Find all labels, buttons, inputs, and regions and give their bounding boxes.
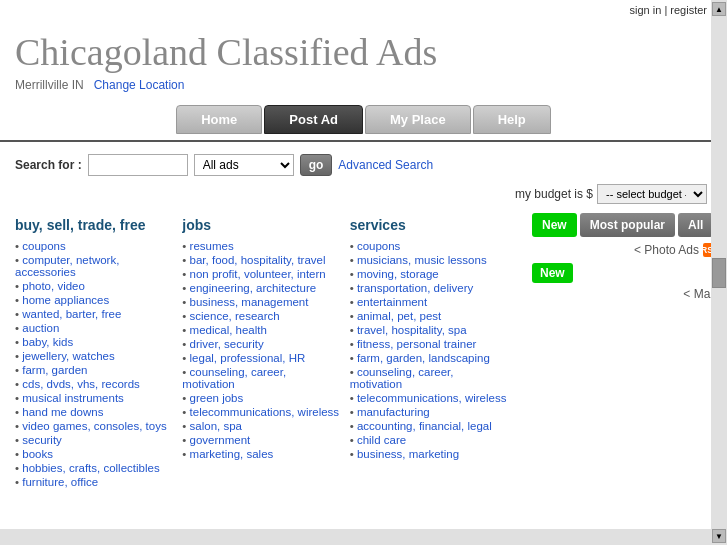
list-item[interactable]: driver, security	[182, 337, 339, 351]
new-badge: New	[532, 263, 573, 283]
list-item[interactable]: salon, spa	[182, 419, 339, 433]
filter-new-button[interactable]: New	[532, 213, 577, 237]
photo-ads-label: < Photo Ads	[634, 243, 699, 257]
search-bar: Search for : All ads go Advanced Search	[0, 148, 727, 182]
list-item[interactable]: green jobs	[182, 391, 339, 405]
list-item[interactable]: telecommunications, wireless	[182, 405, 339, 419]
jobs-title: jobs	[182, 217, 339, 233]
right-sidebar: New Most popular All < Photo Ads RSS New…	[527, 208, 727, 509]
list-item[interactable]: farm, garden	[15, 363, 172, 377]
list-item[interactable]: transportation, delivery	[350, 281, 507, 295]
list-item[interactable]: coupons	[350, 239, 507, 253]
top-bar: sign in | register	[0, 0, 727, 20]
jobs-column: jobs resumes bar, food, hospitality, tra…	[182, 213, 349, 499]
search-go-button[interactable]: go	[300, 154, 333, 176]
nav-divider	[0, 140, 727, 142]
list-item[interactable]: resumes	[182, 239, 339, 253]
main-content: buy, sell, trade, free coupons computer,…	[0, 208, 727, 509]
nav-tabs: Home Post Ad My Place Help	[0, 97, 727, 140]
list-item[interactable]: security	[15, 433, 172, 447]
scroll-thumb[interactable]	[712, 258, 726, 288]
list-item[interactable]: furniture, office	[15, 475, 172, 489]
list-item[interactable]: counseling, career, motivation	[350, 365, 507, 391]
list-item[interactable]: accounting, financial, legal	[350, 419, 507, 433]
list-item[interactable]: computer, network, accessories	[15, 253, 172, 279]
list-item[interactable]: entertainment	[350, 295, 507, 309]
list-item[interactable]: medical, health	[182, 323, 339, 337]
list-item[interactable]: business, management	[182, 295, 339, 309]
photo-ads-bar: < Photo Ads RSS	[532, 243, 717, 257]
list-item[interactable]: video games, consoles, toys	[15, 419, 172, 433]
list-item[interactable]: fitness, personal trainer	[350, 337, 507, 351]
tab-home[interactable]: Home	[176, 105, 262, 134]
list-item[interactable]: bar, food, hospitality, travel	[182, 253, 339, 267]
list-item[interactable]: moving, storage	[350, 267, 507, 281]
tab-help[interactable]: Help	[473, 105, 551, 134]
list-item[interactable]: hand me downs	[15, 405, 172, 419]
list-item[interactable]: farm, garden, landscaping	[350, 351, 507, 365]
tab-my-place[interactable]: My Place	[365, 105, 471, 134]
list-item[interactable]: manufacturing	[350, 405, 507, 419]
jobs-list: resumes bar, food, hospitality, travel n…	[182, 239, 339, 461]
list-item[interactable]: counseling, career, motivation	[182, 365, 339, 391]
list-item[interactable]: child care	[350, 433, 507, 447]
change-location-link[interactable]: Change Location	[94, 78, 185, 92]
budget-select[interactable]: -- select budget --	[597, 184, 707, 204]
list-item[interactable]: telecommunications, wireless	[350, 391, 507, 405]
header: Chicagoland Classified Ads Merrillville …	[0, 20, 727, 97]
filter-popular-button[interactable]: Most popular	[580, 213, 675, 237]
buy-sell-column: buy, sell, trade, free coupons computer,…	[15, 213, 182, 499]
scroll-up-arrow[interactable]: ▲	[712, 2, 726, 16]
list-item[interactable]: marketing, sales	[182, 447, 339, 461]
advanced-search-link[interactable]: Advanced Search	[338, 158, 433, 172]
list-item[interactable]: books	[15, 447, 172, 461]
vertical-scrollbar[interactable]: ▲ ▼	[711, 0, 727, 509]
list-item[interactable]: musicians, music lessons	[350, 253, 507, 267]
budget-label: my budget is $	[515, 187, 593, 201]
list-item[interactable]: business, marketing	[350, 447, 507, 461]
buy-sell-list: coupons computer, network, accessories p…	[15, 239, 172, 489]
list-item[interactable]: baby, kids	[15, 335, 172, 349]
category-columns: buy, sell, trade, free coupons computer,…	[15, 213, 517, 499]
list-item[interactable]: wanted, barter, free	[15, 307, 172, 321]
list-item[interactable]: hobbies, crafts, collectibles	[15, 461, 172, 475]
location-text: Merrillville IN	[15, 78, 84, 92]
location-bar: Merrillville IN Change Location	[15, 78, 712, 92]
list-item[interactable]: non profit, volunteer, intern	[182, 267, 339, 281]
map-bar: < Map	[532, 287, 717, 301]
services-column: services coupons musicians, music lesson…	[350, 213, 517, 499]
list-item[interactable]: auction	[15, 321, 172, 335]
sign-in-link[interactable]: sign in	[630, 4, 662, 16]
services-list: coupons musicians, music lessons moving,…	[350, 239, 507, 461]
register-link[interactable]: register	[670, 4, 707, 16]
list-item[interactable]: home appliances	[15, 293, 172, 307]
list-item[interactable]: photo, video	[15, 279, 172, 293]
list-item[interactable]: cds, dvds, vhs, records	[15, 377, 172, 391]
categories-section: buy, sell, trade, free coupons computer,…	[0, 208, 527, 509]
list-item[interactable]: travel, hospitality, spa	[350, 323, 507, 337]
budget-bar: my budget is $ -- select budget --	[0, 182, 727, 208]
list-item[interactable]: animal, pet, pest	[350, 309, 507, 323]
filter-all-button[interactable]: All	[678, 213, 713, 237]
search-category-select[interactable]: All ads	[194, 154, 294, 176]
list-item[interactable]: legal, professional, HR	[182, 351, 339, 365]
list-item[interactable]: coupons	[15, 239, 172, 253]
list-item[interactable]: jewellery, watches	[15, 349, 172, 363]
services-title: services	[350, 217, 507, 233]
buy-sell-title: buy, sell, trade, free	[15, 217, 172, 233]
tab-post-ad[interactable]: Post Ad	[264, 105, 363, 134]
search-input[interactable]	[88, 154, 188, 176]
search-label: Search for :	[15, 158, 82, 172]
site-title: Chicagoland Classified Ads	[15, 30, 712, 74]
list-item[interactable]: engineering, architecture	[182, 281, 339, 295]
list-item[interactable]: science, research	[182, 309, 339, 323]
list-item[interactable]: government	[182, 433, 339, 447]
filter-buttons: New Most popular All	[532, 213, 717, 237]
list-item[interactable]: musical instruments	[15, 391, 172, 405]
